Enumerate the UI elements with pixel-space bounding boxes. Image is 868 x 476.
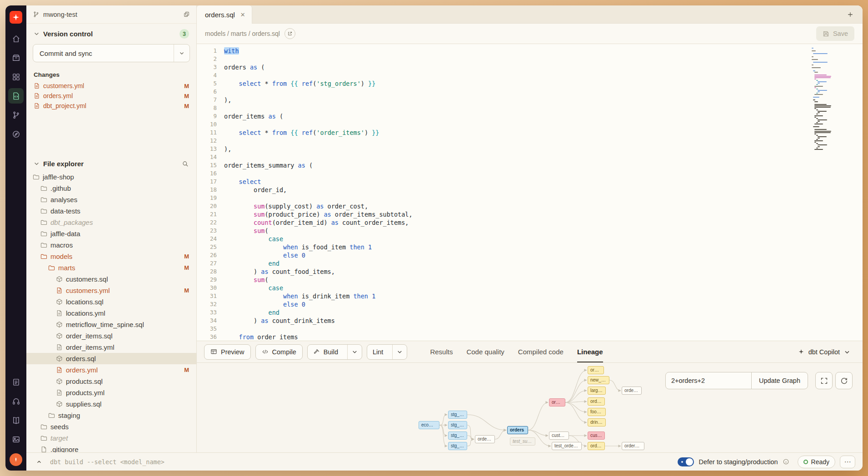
lineage-node-stg_2[interactable]: stg_… bbox=[448, 421, 467, 429]
lineage-node-drin[interactable]: drin… bbox=[588, 418, 606, 426]
lineage-node-test_supply[interactable]: test_supp… bbox=[510, 437, 535, 446]
tree-file-supplies.sql[interactable]: supplies.sql bbox=[26, 398, 196, 410]
lineage-selector-input[interactable] bbox=[665, 372, 752, 389]
tree-file-order_items.yml[interactable]: order_items.yml bbox=[26, 342, 196, 353]
tree-file-order_items.sql[interactable]: order_items.sql bbox=[26, 330, 196, 342]
lint-options-dropdown[interactable] bbox=[392, 345, 407, 359]
lineage-node-larg[interactable]: larg… bbox=[588, 387, 606, 395]
tree-file-locations.sql[interactable]: locations.sql bbox=[26, 296, 196, 307]
folder-icon bbox=[40, 242, 47, 248]
docs-icon[interactable] bbox=[8, 412, 24, 428]
version-control-header[interactable]: Version control 3 bbox=[26, 24, 196, 42]
lineage-node-ord_y1[interactable]: ord… bbox=[588, 397, 605, 406]
tasks-icon[interactable] bbox=[8, 374, 24, 390]
changed-file-customers.yml[interactable]: customers.ymlM bbox=[26, 81, 196, 91]
tab-compiled-code[interactable]: Compiled code bbox=[518, 341, 564, 362]
lineage-node-stg_4[interactable]: stg_… bbox=[448, 442, 467, 450]
lineage-node-cus_pink[interactable]: cus… bbox=[588, 431, 605, 440]
lineage-node-food[interactable]: food… bbox=[588, 408, 606, 416]
tree-folder-seeds[interactable]: seeds bbox=[26, 421, 196, 432]
commit-and-sync-button[interactable]: Commit and sync bbox=[33, 44, 190, 62]
dbt-logo[interactable] bbox=[10, 11, 22, 24]
tab-orders-sql[interactable]: orders.sql ✕ bbox=[197, 5, 252, 24]
changed-file-dbt_project.yml[interactable]: dbt_project.ymlM bbox=[26, 101, 196, 111]
preview-button[interactable]: Preview bbox=[204, 344, 251, 360]
git-branch-icon[interactable] bbox=[8, 107, 24, 123]
copy-branch-icon[interactable] bbox=[183, 11, 190, 18]
lineage-node-new_cu[interactable]: new_cu… bbox=[588, 376, 609, 384]
lineage-node-or_y[interactable]: or… bbox=[588, 366, 604, 374]
tree-file-products.yml[interactable]: products.yml bbox=[26, 387, 196, 398]
tree-folder-jaffle-data[interactable]: jaffle-data bbox=[26, 228, 196, 239]
fullscreen-icon[interactable] bbox=[815, 372, 833, 389]
changed-file-orders.yml[interactable]: orders.ymlM bbox=[26, 91, 196, 101]
tree-folder-macros[interactable]: macros bbox=[26, 239, 196, 251]
close-tab-icon[interactable]: ✕ bbox=[240, 11, 245, 18]
tree-folder-analyses[interactable]: analyses bbox=[26, 194, 196, 205]
new-tab-button[interactable] bbox=[843, 8, 857, 21]
apps-icon[interactable] bbox=[8, 69, 24, 84]
compile-button[interactable]: Compile bbox=[255, 344, 303, 360]
command-input[interactable]: dbt build --select <model_name> bbox=[50, 458, 165, 466]
develop-icon[interactable] bbox=[8, 88, 24, 104]
code-editor[interactable]: 1with23orders as (45 select * from {{ re… bbox=[197, 44, 863, 341]
build-button[interactable]: Build bbox=[307, 344, 362, 360]
build-options-dropdown[interactable] bbox=[347, 345, 362, 359]
expand-command-bar-icon[interactable] bbox=[34, 456, 45, 467]
status-badge[interactable]: Ready bbox=[798, 456, 835, 468]
tree-file-metricflow_time_spine.sql[interactable]: metricflow_time_spine.sql bbox=[26, 319, 196, 330]
commit-options-dropdown[interactable] bbox=[174, 45, 190, 62]
lineage-node-ecom[interactable]: ecom… bbox=[419, 421, 439, 429]
tree-folder-jaffle-shop[interactable]: jaffle-shop bbox=[26, 171, 196, 183]
lineage-node-stg_orders[interactable]: stg_o… bbox=[448, 411, 467, 419]
lineage-node-stg_3[interactable]: stg_… bbox=[448, 431, 467, 440]
dbt-copilot-button[interactable]: dbt Copilot bbox=[793, 346, 855, 358]
view-docs-icon[interactable] bbox=[284, 28, 295, 39]
tab-code-quality[interactable]: Code quality bbox=[466, 341, 504, 362]
update-graph-button[interactable]: Update Graph bbox=[751, 372, 808, 389]
lineage-node-orde2[interactable]: orde… bbox=[622, 387, 642, 395]
yaml-icon bbox=[56, 344, 63, 351]
support-icon[interactable] bbox=[8, 393, 24, 409]
lineage-node-order_w2[interactable]: order_… bbox=[622, 442, 644, 450]
tab-results[interactable]: Results bbox=[430, 341, 453, 362]
tree-folder-marts[interactable]: martsM bbox=[26, 262, 196, 273]
lineage-node-test_order_items[interactable]: test_order_it… bbox=[552, 442, 582, 450]
search-icon[interactable] bbox=[182, 160, 189, 168]
refresh-icon[interactable] bbox=[835, 372, 853, 389]
home-icon[interactable] bbox=[8, 31, 24, 46]
media-icon[interactable] bbox=[8, 431, 24, 447]
folder-icon bbox=[40, 253, 47, 260]
branch-header[interactable]: mwong-test bbox=[26, 5, 196, 24]
lineage-node-ord_y2[interactable]: ord… bbox=[588, 442, 605, 450]
lineage-node-orde1[interactable]: orde… bbox=[475, 435, 495, 443]
lineage-node-or_pink[interactable]: or… bbox=[549, 398, 565, 407]
tree-file-customers.yml[interactable]: customers.ymlM bbox=[26, 285, 196, 296]
lineage-node-cust[interactable]: cust… bbox=[549, 431, 569, 440]
user-avatar[interactable] bbox=[10, 453, 22, 466]
tree-folder-target[interactable]: target bbox=[26, 432, 196, 444]
tree-folder-models[interactable]: modelsM bbox=[26, 251, 196, 262]
tree-file-orders.sql[interactable]: orders.sql bbox=[26, 353, 196, 364]
minimap[interactable] bbox=[812, 48, 836, 152]
tree-file-customers.sql[interactable]: customers.sql bbox=[26, 273, 196, 285]
warehouse-icon[interactable] bbox=[8, 50, 24, 65]
save-button[interactable]: Save bbox=[816, 26, 854, 41]
defer-toggle[interactable] bbox=[678, 457, 694, 466]
tree-file-orders.yml[interactable]: orders.ymlM bbox=[26, 364, 196, 376]
tree-folder-staging[interactable]: staging bbox=[26, 410, 196, 421]
info-icon[interactable] bbox=[783, 458, 789, 465]
more-options-button[interactable]: ⋯ bbox=[840, 456, 855, 468]
tree-folder-data-tests[interactable]: data-tests bbox=[26, 205, 196, 217]
lint-button[interactable]: Lint bbox=[367, 344, 407, 360]
tree-file-.gitignore[interactable]: .gitignore bbox=[26, 444, 196, 452]
lineage-node-orders[interactable]: orders bbox=[507, 426, 528, 434]
tree-folder-dbt_packages[interactable]: dbt_packages bbox=[26, 217, 196, 228]
tree-file-products.sql[interactable]: products.sql bbox=[26, 376, 196, 387]
tab-lineage[interactable]: Lineage bbox=[577, 341, 603, 362]
tree-file-locations.yml[interactable]: locations.yml bbox=[26, 307, 196, 319]
explore-icon[interactable] bbox=[8, 126, 24, 142]
code-line-28: 28 ) as count_food_items, bbox=[197, 268, 863, 276]
file-explorer-header[interactable]: File explorer bbox=[26, 154, 196, 171]
tree-folder-.github[interactable]: .github bbox=[26, 183, 196, 194]
